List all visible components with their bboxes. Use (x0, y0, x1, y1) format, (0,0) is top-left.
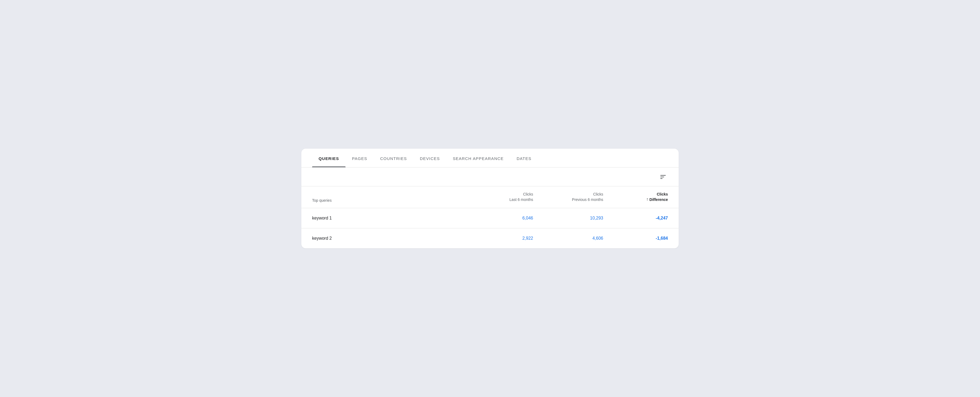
main-card: QUERIES PAGES COUNTRIES DEVICES SEARCH A… (301, 149, 679, 248)
tab-search-appearance[interactable]: SEARCH APPEARANCE (446, 149, 510, 167)
tabs-container: QUERIES PAGES COUNTRIES DEVICES SEARCH A… (301, 149, 679, 168)
col2-line2: Previous 6 months (572, 197, 603, 202)
row-difference: -4,247 (603, 216, 668, 221)
row-clicks-current: 2,922 (463, 236, 533, 241)
column-header-difference[interactable]: ↑ Clicks Difference (603, 192, 668, 202)
row-name: keyword 1 (312, 216, 463, 221)
filter-icon-line3 (660, 178, 662, 179)
column-header-clicks-current: Clicks Last 6 months (463, 192, 533, 202)
col1-line2: Last 6 months (509, 197, 533, 202)
col3-text: Clicks Difference (649, 192, 668, 202)
row-difference: -1,684 (603, 236, 668, 241)
filter-icon-line2 (660, 177, 664, 177)
tab-countries[interactable]: COUNTRIES (374, 149, 414, 167)
sort-arrow-icon: ↑ (646, 196, 649, 202)
row-name: keyword 2 (312, 236, 463, 241)
data-table: Top queries Clicks Last 6 months Clicks … (301, 186, 679, 248)
table-row[interactable]: keyword 1 6,046 10,293 -4,247 (301, 208, 679, 229)
filter-row (301, 168, 679, 186)
filter-button[interactable] (658, 173, 668, 181)
tab-queries[interactable]: QUERIES (312, 149, 345, 167)
table-header: Top queries Clicks Last 6 months Clicks … (301, 186, 679, 208)
col2-line1: Clicks (593, 192, 603, 196)
col3-line1: Clicks (657, 192, 668, 196)
filter-icon-line1 (660, 175, 666, 176)
col1-line1: Clicks (523, 192, 533, 196)
tab-dates[interactable]: DATES (510, 149, 538, 167)
row-clicks-previous: 4,606 (533, 236, 603, 241)
column-header-clicks-previous: Clicks Previous 6 months (533, 192, 603, 202)
tab-pages[interactable]: PAGES (345, 149, 374, 167)
tab-devices[interactable]: DEVICES (414, 149, 446, 167)
table-row[interactable]: keyword 2 2,922 4,606 -1,684 (301, 229, 679, 248)
col3-line2: Difference (649, 197, 668, 202)
row-clicks-previous: 10,293 (533, 216, 603, 221)
row-clicks-current: 6,046 (463, 216, 533, 221)
column-label-query: Top queries (312, 198, 463, 203)
